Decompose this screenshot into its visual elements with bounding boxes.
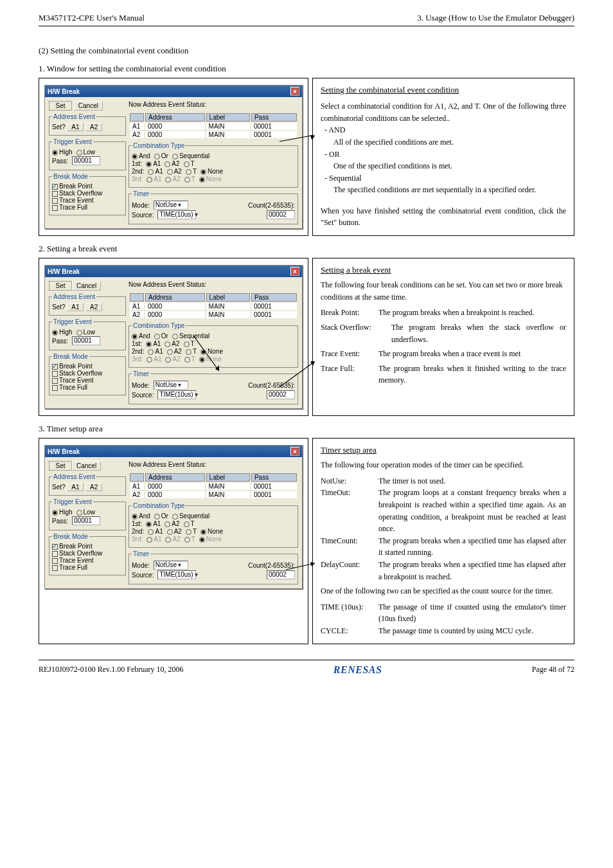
close-icon[interactable]: ×: [290, 87, 299, 96]
r2-title: Setting a break event: [321, 264, 566, 276]
pass-label: Pass:: [52, 158, 68, 165]
so-check[interactable]: [52, 551, 58, 557]
section-title: (2) Setting the combinatorial event cond…: [39, 46, 574, 56]
section-sub-2: 2. Setting a break event: [39, 244, 574, 254]
te-check[interactable]: [52, 558, 58, 564]
page-footer: REJ10J0972-0100 Rev.1.00 February 10, 20…: [39, 660, 574, 689]
renesas-logo: RENESAS: [333, 664, 382, 676]
cancel-button[interactable]: Cancel: [72, 281, 101, 291]
a2-button[interactable]: A2: [85, 123, 102, 131]
hw-break-dialog-3: H/W Break× SetCancel Address Event Set? …: [44, 445, 303, 589]
address-event-group: Address Event Set? A1 A2: [49, 113, 126, 136]
right-panel-2: Setting a break event The following four…: [312, 258, 574, 416]
or-radio[interactable]: [154, 154, 160, 159]
high-radio[interactable]: [52, 150, 58, 156]
a1-button[interactable]: A1: [67, 303, 84, 311]
status-table: AddressLabelPass A10000MAIN00001 A20000M…: [129, 112, 298, 140]
a2-button[interactable]: A2: [85, 303, 102, 311]
left-panel-2: H/W Break× SetCancel Address Event Set? …: [39, 258, 308, 416]
count-input[interactable]: 00002: [267, 390, 295, 399]
second-a2[interactable]: [167, 169, 173, 175]
dialog-titlebar[interactable]: H/W Break×: [45, 266, 302, 277]
trigger-event-group: Trigger Event High Low Pass: 00001: [49, 138, 126, 170]
bp-check[interactable]: [52, 184, 58, 190]
first-a2[interactable]: [164, 161, 170, 167]
table-row: A10000MAIN00001: [130, 123, 297, 130]
table-row: A20000MAIN00001: [130, 131, 297, 138]
left-panel-1: H/W Break × Set Cancel Address Event Set…: [39, 78, 308, 236]
te-check[interactable]: [52, 378, 58, 384]
combination-legend: Combination Type: [132, 142, 186, 149]
second-t[interactable]: [186, 169, 191, 175]
setq-label: Set?: [52, 123, 66, 131]
r1-p1: Select a combinatorial condition for A1,…: [321, 100, 566, 124]
footer-left: REJ10J0972-0100 Rev.1.00 February 10, 20…: [39, 665, 184, 674]
and-radio[interactable]: [132, 154, 138, 159]
mode-select[interactable]: NotUse: [154, 381, 188, 390]
te-check[interactable]: [52, 198, 58, 204]
close-icon[interactable]: ×: [290, 267, 299, 276]
cancel-button[interactable]: Cancel: [74, 101, 103, 111]
first-t[interactable]: [184, 161, 190, 167]
hw-break-dialog-2: H/W Break× SetCancel Address Event Set? …: [44, 265, 303, 409]
th-address: Address: [145, 113, 205, 122]
tf-check[interactable]: [52, 205, 58, 211]
seq-radio[interactable]: [172, 154, 178, 159]
a1-button[interactable]: A1: [67, 483, 84, 491]
mode-select[interactable]: NotUse: [154, 201, 188, 210]
header-right: 3. Usage (How to Use the Emulator Debugg…: [417, 13, 574, 23]
dialog-titlebar[interactable]: H/W Break×: [45, 446, 302, 457]
pass-input[interactable]: 00001: [72, 516, 100, 525]
mode-select[interactable]: NotUse: [154, 561, 188, 570]
close-icon[interactable]: ×: [290, 447, 299, 456]
so-check[interactable]: [52, 371, 58, 377]
trigger-event-legend: Trigger Event: [52, 138, 93, 145]
source-select[interactable]: TIME(10us): [157, 570, 196, 579]
source-select[interactable]: TIME(10us): [157, 210, 196, 219]
block-3: H/W Break× SetCancel Address Event Set? …: [39, 438, 574, 644]
second-none[interactable]: [200, 169, 206, 175]
block-2: H/W Break× SetCancel Address Event Set? …: [39, 258, 574, 416]
count-input[interactable]: 00002: [267, 570, 295, 579]
set-button[interactable]: Set: [49, 101, 72, 111]
second-a1[interactable]: [148, 169, 154, 175]
r1-title: Setting the combinatorial event conditio…: [321, 84, 566, 96]
footer-right: Page 48 of 72: [532, 665, 574, 674]
first-a1[interactable]: [146, 161, 152, 167]
page-header: M34571T2-CPE User's Manual 3. Usage (How…: [39, 0, 574, 26]
r3-title: Timer setup area: [321, 444, 566, 457]
th-label: Label: [206, 113, 250, 122]
section-sub-1: 1. Window for setting the combinatorial …: [39, 64, 574, 74]
so-check[interactable]: [52, 191, 58, 197]
dialog-titlebar[interactable]: H/W Break ×: [45, 86, 302, 97]
pass-input[interactable]: 00001: [72, 156, 100, 165]
tf-check[interactable]: [52, 385, 58, 391]
low-radio[interactable]: [76, 150, 82, 156]
right-panel-1: Setting the combinatorial event conditio…: [312, 78, 574, 236]
cancel-button[interactable]: Cancel: [72, 461, 101, 471]
a1-button[interactable]: A1: [67, 123, 84, 131]
th-pass: Pass: [251, 113, 297, 122]
a2-button[interactable]: A2: [85, 483, 102, 491]
pass-input[interactable]: 00001: [72, 336, 100, 345]
right-panel-3: Timer setup area The following four oper…: [312, 438, 574, 644]
source-select[interactable]: TIME(10us): [157, 390, 196, 399]
dialog-title: H/W Break: [48, 88, 80, 95]
tf-check[interactable]: [52, 565, 58, 571]
timer-legend: Timer: [132, 190, 150, 197]
bp-check[interactable]: [52, 544, 58, 550]
set-button[interactable]: Set: [49, 461, 72, 471]
address-event-legend: Address Event: [52, 113, 96, 120]
combination-group: Combination Type And Or Sequential 1st: …: [129, 142, 298, 188]
status-label: Now Address Event Status:: [129, 101, 298, 108]
r1-p2: When you have finished setting the combi…: [321, 205, 566, 229]
break-mode-legend: Break Mode: [52, 173, 89, 180]
break-mode-group: Break Mode Break Point Stack Overflow Tr…: [49, 173, 126, 215]
section-sub-3: 3. Timer setup area: [39, 424, 574, 434]
block-1: H/W Break × Set Cancel Address Event Set…: [39, 78, 574, 236]
left-panel-3: H/W Break× SetCancel Address Event Set? …: [39, 438, 308, 644]
bp-check[interactable]: [52, 364, 58, 370]
timer-group: Timer Mode: NotUse Count(2-65535): Sourc…: [129, 190, 298, 224]
count-input[interactable]: 00002: [267, 210, 295, 219]
set-button[interactable]: Set: [49, 281, 72, 291]
